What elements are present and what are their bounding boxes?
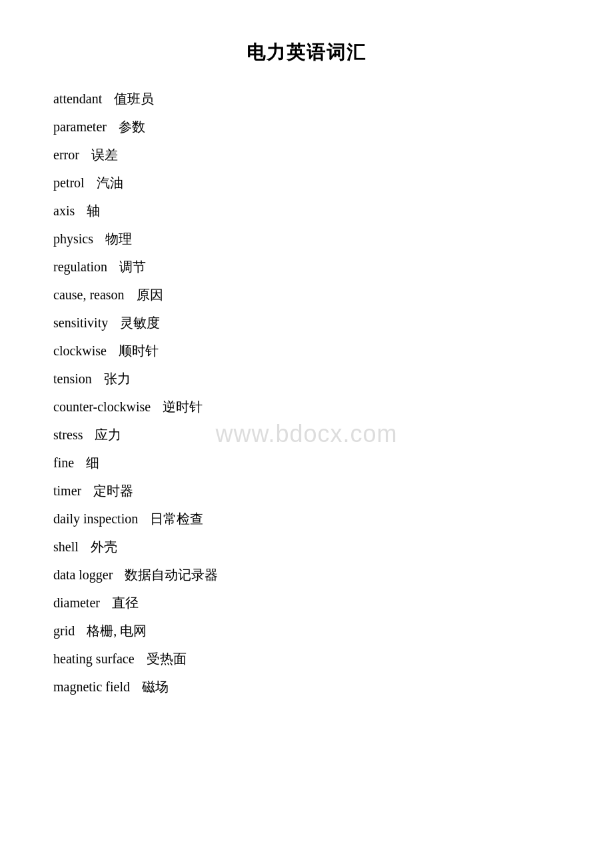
list-item: shell 外壳 (53, 540, 560, 553)
vocab-english-term: data logger (53, 568, 113, 581)
vocab-english-term: timer (53, 484, 81, 497)
list-item: fine 细 (53, 456, 560, 469)
vocab-chinese-translation: 张力 (97, 372, 131, 385)
vocab-chinese-translation: 数据自动记录器 (118, 568, 218, 581)
vocab-chinese-translation: 物理 (99, 232, 132, 245)
vocabulary-list: attendant 值班员parameter 参数error 误差petrol … (53, 92, 560, 693)
vocab-chinese-translation: 磁场 (135, 680, 169, 693)
vocab-english-term: clockwise (53, 344, 107, 357)
list-item: parameter 参数 (53, 120, 560, 133)
vocab-english-term: parameter (53, 120, 107, 133)
list-item: regulation 调节 (53, 260, 560, 273)
list-item: physics 物理 (53, 232, 560, 245)
vocab-english-term: attendant (53, 92, 102, 105)
list-item: diameter 直径 (53, 596, 560, 609)
list-item: heating surface 受热面 (53, 652, 560, 665)
list-item: timer 定时器 (53, 484, 560, 497)
list-item: axis 轴 (53, 204, 560, 217)
vocab-english-term: physics (53, 232, 93, 245)
vocab-english-term: heating surface (53, 652, 135, 665)
vocab-chinese-translation: 定时器 (87, 484, 133, 497)
vocab-chinese-translation: 汽油 (90, 176, 123, 189)
vocab-english-term: grid (53, 624, 75, 637)
vocab-chinese-translation: 直径 (105, 596, 139, 609)
list-item: petrol 汽油 (53, 176, 560, 189)
vocab-chinese-translation: 顺时针 (112, 344, 159, 357)
list-item: grid 格栅, 电网 (53, 624, 560, 637)
vocab-english-term: magnetic field (53, 680, 130, 693)
vocab-english-term: regulation (53, 260, 107, 273)
list-item: data logger 数据自动记录器 (53, 568, 560, 581)
vocab-english-term: cause, reason (53, 288, 125, 301)
vocab-english-term: sensitivity (53, 316, 108, 329)
list-item: clockwise 顺时针 (53, 344, 560, 357)
vocab-chinese-translation: 逆时针 (156, 400, 203, 413)
list-item: daily inspection 日常检查 (53, 512, 560, 525)
vocab-english-term: petrol (53, 176, 85, 189)
vocab-chinese-translation: 调节 (113, 260, 146, 273)
page-title: 电力英语词汇 (53, 40, 560, 65)
vocab-english-term: tension (53, 372, 92, 385)
vocab-english-term: error (53, 148, 79, 161)
vocab-chinese-translation: 格栅, 电网 (80, 624, 147, 637)
vocab-chinese-translation: 受热面 (140, 652, 187, 665)
list-item: tension 张力 (53, 372, 560, 385)
list-item: magnetic field 磁场 (53, 680, 560, 693)
list-item: stress 应力 (53, 428, 560, 441)
vocab-english-term: stress (53, 428, 83, 441)
vocab-chinese-translation: 参数 (112, 120, 145, 133)
vocab-english-term: axis (53, 204, 75, 217)
vocab-chinese-translation: 误差 (85, 148, 118, 161)
vocab-english-term: diameter (53, 596, 100, 609)
list-item: error 误差 (53, 148, 560, 161)
vocab-chinese-translation: 日常检查 (143, 512, 203, 525)
vocab-chinese-translation: 轴 (80, 204, 100, 217)
vocab-chinese-translation: 原因 (130, 288, 163, 301)
vocab-chinese-translation: 值班员 (107, 92, 154, 105)
list-item: counter-clockwise 逆时针 (53, 400, 560, 413)
list-item: cause, reason 原因 (53, 288, 560, 301)
vocab-chinese-translation: 灵敏度 (113, 316, 160, 329)
vocab-english-term: daily inspection (53, 512, 138, 525)
list-item: sensitivity 灵敏度 (53, 316, 560, 329)
vocab-chinese-translation: 外壳 (84, 540, 117, 553)
list-item: attendant 值班员 (53, 92, 560, 105)
vocab-chinese-translation: 细 (79, 456, 99, 469)
vocab-english-term: counter-clockwise (53, 400, 151, 413)
vocab-chinese-translation: 应力 (88, 428, 121, 441)
vocab-english-term: shell (53, 540, 79, 553)
vocab-english-term: fine (53, 456, 74, 469)
